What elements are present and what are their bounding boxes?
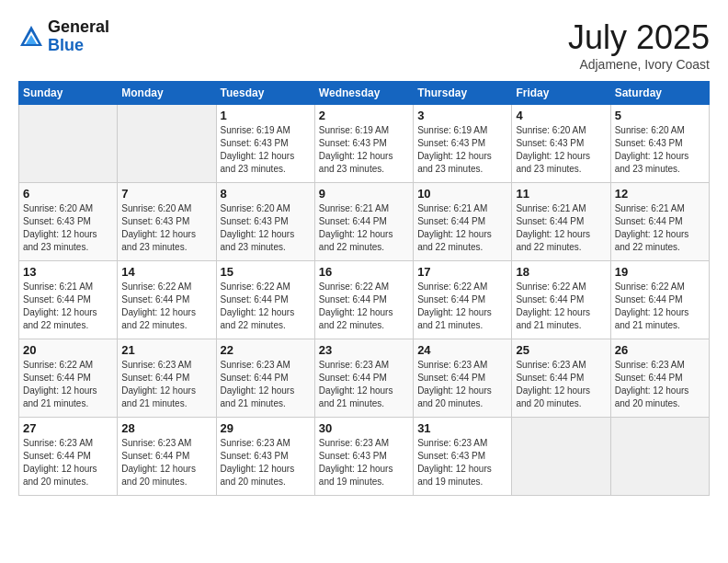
calendar-cell: 5Sunrise: 6:20 AM Sunset: 6:43 PM Daylig… (610, 105, 709, 183)
weekday-header-sunday: Sunday (19, 82, 118, 105)
day-number: 20 (23, 343, 113, 357)
calendar-cell: 19Sunrise: 6:22 AM Sunset: 6:44 PM Dayli… (610, 261, 709, 339)
day-detail: Sunrise: 6:20 AM Sunset: 6:43 PM Dayligh… (615, 124, 705, 176)
day-number: 30 (319, 421, 409, 435)
calendar-cell: 28Sunrise: 6:23 AM Sunset: 6:44 PM Dayli… (118, 418, 216, 496)
day-detail: Sunrise: 6:23 AM Sunset: 6:44 PM Dayligh… (23, 437, 113, 488)
logo-blue-text: Blue (48, 37, 109, 55)
day-number: 1 (221, 109, 311, 122)
calendar-cell: 18Sunrise: 6:22 AM Sunset: 6:44 PM Dayli… (512, 261, 610, 339)
day-number: 14 (121, 265, 211, 279)
week-row-4: 20Sunrise: 6:22 AM Sunset: 6:44 PM Dayli… (19, 339, 710, 418)
day-detail: Sunrise: 6:19 AM Sunset: 6:43 PM Dayligh… (417, 124, 507, 176)
day-number: 21 (121, 343, 211, 357)
calendar-cell: 10Sunrise: 6:21 AM Sunset: 6:44 PM Dayli… (414, 183, 512, 261)
calendar-cell (19, 105, 118, 183)
day-detail: Sunrise: 6:20 AM Sunset: 6:43 PM Dayligh… (516, 124, 606, 176)
calendar-cell: 31Sunrise: 6:23 AM Sunset: 6:43 PM Dayli… (414, 418, 512, 496)
day-number: 5 (615, 109, 705, 122)
calendar-cell: 11Sunrise: 6:21 AM Sunset: 6:44 PM Dayli… (512, 183, 610, 261)
month-title: July 2025 (568, 18, 710, 57)
day-number: 12 (615, 187, 705, 201)
day-number: 9 (319, 187, 409, 201)
week-row-5: 27Sunrise: 6:23 AM Sunset: 6:44 PM Dayli… (19, 418, 710, 496)
day-detail: Sunrise: 6:23 AM Sunset: 6:44 PM Dayligh… (121, 359, 211, 410)
calendar-cell: 12Sunrise: 6:21 AM Sunset: 6:44 PM Dayli… (610, 183, 709, 261)
calendar-cell: 16Sunrise: 6:22 AM Sunset: 6:44 PM Dayli… (314, 261, 413, 339)
day-number: 22 (221, 343, 311, 357)
day-detail: Sunrise: 6:22 AM Sunset: 6:44 PM Dayligh… (221, 281, 311, 332)
day-detail: Sunrise: 6:20 AM Sunset: 6:43 PM Dayligh… (23, 202, 113, 254)
day-detail: Sunrise: 6:20 AM Sunset: 6:43 PM Dayligh… (121, 202, 211, 254)
calendar-cell: 4Sunrise: 6:20 AM Sunset: 6:43 PM Daylig… (512, 105, 610, 183)
calendar-cell: 7Sunrise: 6:20 AM Sunset: 6:43 PM Daylig… (118, 183, 216, 261)
day-detail: Sunrise: 6:19 AM Sunset: 6:43 PM Dayligh… (221, 124, 311, 176)
day-detail: Sunrise: 6:21 AM Sunset: 6:44 PM Dayligh… (417, 202, 507, 254)
day-number: 6 (23, 187, 113, 201)
day-detail: Sunrise: 6:23 AM Sunset: 6:44 PM Dayligh… (319, 359, 409, 410)
weekday-header-wednesday: Wednesday (314, 82, 413, 105)
day-detail: Sunrise: 6:23 AM Sunset: 6:43 PM Dayligh… (221, 437, 311, 488)
day-detail: Sunrise: 6:23 AM Sunset: 6:44 PM Dayligh… (516, 359, 606, 410)
day-number: 8 (221, 187, 311, 201)
weekday-header-tuesday: Tuesday (216, 82, 314, 105)
calendar-cell: 27Sunrise: 6:23 AM Sunset: 6:44 PM Dayli… (19, 418, 118, 496)
calendar-cell: 21Sunrise: 6:23 AM Sunset: 6:44 PM Dayli… (118, 339, 216, 418)
calendar-cell (512, 418, 610, 496)
day-detail: Sunrise: 6:23 AM Sunset: 6:43 PM Dayligh… (417, 437, 507, 488)
calendar-cell (610, 418, 709, 496)
day-detail: Sunrise: 6:20 AM Sunset: 6:43 PM Dayligh… (221, 202, 311, 254)
calendar-cell: 24Sunrise: 6:23 AM Sunset: 6:44 PM Dayli… (414, 339, 512, 418)
day-detail: Sunrise: 6:22 AM Sunset: 6:44 PM Dayligh… (516, 281, 606, 332)
day-number: 29 (221, 421, 311, 435)
day-detail: Sunrise: 6:19 AM Sunset: 6:43 PM Dayligh… (319, 124, 409, 176)
day-number: 13 (23, 265, 113, 279)
calendar-cell: 9Sunrise: 6:21 AM Sunset: 6:44 PM Daylig… (314, 183, 413, 261)
week-row-1: 1Sunrise: 6:19 AM Sunset: 6:43 PM Daylig… (19, 105, 710, 183)
calendar-cell: 17Sunrise: 6:22 AM Sunset: 6:44 PM Dayli… (414, 261, 512, 339)
day-detail: Sunrise: 6:22 AM Sunset: 6:44 PM Dayligh… (615, 281, 705, 332)
calendar-cell: 13Sunrise: 6:21 AM Sunset: 6:44 PM Dayli… (19, 261, 118, 339)
day-number: 7 (121, 187, 211, 201)
calendar-cell: 1Sunrise: 6:19 AM Sunset: 6:43 PM Daylig… (216, 105, 314, 183)
calendar-cell: 6Sunrise: 6:20 AM Sunset: 6:43 PM Daylig… (19, 183, 118, 261)
weekday-header-thursday: Thursday (414, 82, 512, 105)
page-header: General Blue July 2025 Adjamene, Ivory C… (18, 18, 710, 72)
calendar-cell: 23Sunrise: 6:23 AM Sunset: 6:44 PM Dayli… (314, 339, 413, 418)
calendar-cell: 30Sunrise: 6:23 AM Sunset: 6:43 PM Dayli… (314, 418, 413, 496)
logo-icon (18, 24, 44, 50)
day-number: 24 (417, 343, 507, 357)
day-number: 16 (319, 265, 409, 279)
day-detail: Sunrise: 6:21 AM Sunset: 6:44 PM Dayligh… (319, 202, 409, 254)
day-detail: Sunrise: 6:23 AM Sunset: 6:44 PM Dayligh… (615, 359, 705, 410)
calendar-cell: 8Sunrise: 6:20 AM Sunset: 6:43 PM Daylig… (216, 183, 314, 261)
day-number: 26 (615, 343, 705, 357)
day-detail: Sunrise: 6:23 AM Sunset: 6:44 PM Dayligh… (417, 359, 507, 410)
title-block: July 2025 Adjamene, Ivory Coast (568, 18, 710, 72)
day-detail: Sunrise: 6:21 AM Sunset: 6:44 PM Dayligh… (23, 281, 113, 332)
day-detail: Sunrise: 6:23 AM Sunset: 6:44 PM Dayligh… (121, 437, 211, 488)
day-number: 11 (516, 187, 606, 201)
day-detail: Sunrise: 6:21 AM Sunset: 6:44 PM Dayligh… (615, 202, 705, 254)
day-number: 18 (516, 265, 606, 279)
logo-general-text: General (48, 18, 109, 37)
day-detail: Sunrise: 6:22 AM Sunset: 6:44 PM Dayligh… (23, 359, 113, 410)
calendar-cell: 25Sunrise: 6:23 AM Sunset: 6:44 PM Dayli… (512, 339, 610, 418)
day-number: 25 (516, 343, 606, 357)
calendar-cell: 26Sunrise: 6:23 AM Sunset: 6:44 PM Dayli… (610, 339, 709, 418)
day-detail: Sunrise: 6:23 AM Sunset: 6:43 PM Dayligh… (319, 437, 409, 488)
day-number: 19 (615, 265, 705, 279)
weekday-header-monday: Monday (118, 82, 216, 105)
day-detail: Sunrise: 6:22 AM Sunset: 6:44 PM Dayligh… (121, 281, 211, 332)
day-detail: Sunrise: 6:22 AM Sunset: 6:44 PM Dayligh… (319, 281, 409, 332)
calendar-cell: 15Sunrise: 6:22 AM Sunset: 6:44 PM Dayli… (216, 261, 314, 339)
day-detail: Sunrise: 6:23 AM Sunset: 6:44 PM Dayligh… (221, 359, 311, 410)
day-detail: Sunrise: 6:22 AM Sunset: 6:44 PM Dayligh… (417, 281, 507, 332)
calendar-table: SundayMondayTuesdayWednesdayThursdayFrid… (18, 81, 710, 496)
weekday-header-friday: Friday (512, 82, 610, 105)
logo-text: General Blue (48, 18, 109, 55)
day-number: 23 (319, 343, 409, 357)
calendar-cell (118, 105, 216, 183)
day-detail: Sunrise: 6:21 AM Sunset: 6:44 PM Dayligh… (516, 202, 606, 254)
week-row-2: 6Sunrise: 6:20 AM Sunset: 6:43 PM Daylig… (19, 183, 710, 261)
